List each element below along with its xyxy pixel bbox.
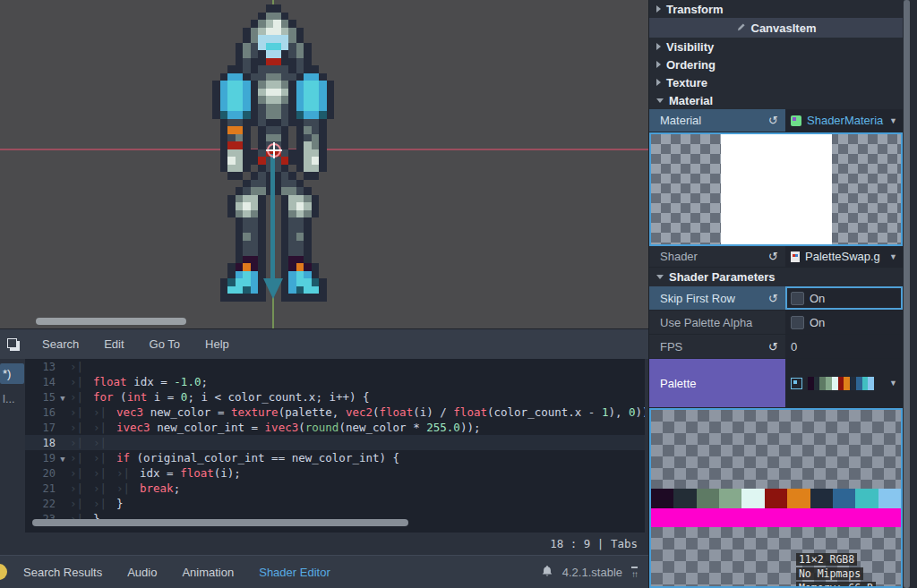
- code-line[interactable]: 20›|›|›|idx = float(i);: [25, 465, 645, 481]
- palette-label: Palette: [649, 359, 785, 407]
- bottom-tab-shader-editor[interactable]: Shader Editor: [259, 566, 330, 579]
- code-token: round: [305, 421, 339, 434]
- code-status-line: 18 : 9 | Tabs: [0, 533, 638, 555]
- chevron-right-icon: [656, 79, 661, 86]
- code-line[interactable]: 14›|float idx = -1.0;: [25, 374, 645, 389]
- code-token: 255.0: [426, 421, 460, 434]
- y-gizmo-arrow-shaft[interactable]: [270, 154, 275, 279]
- bottom-tab-search-results[interactable]: Search Results: [23, 566, 102, 579]
- material-value-dropdown[interactable]: ShaderMateria ▼: [785, 109, 903, 132]
- palette-mini-swatch: [838, 377, 844, 390]
- menu-go-to[interactable]: Go To: [150, 337, 180, 351]
- tab-marker: ›|: [70, 435, 93, 450]
- section-transform[interactable]: Transform: [649, 0, 903, 18]
- code-token: (palette,: [279, 405, 346, 419]
- bottom-tab-audio[interactable]: Audio: [127, 566, 157, 579]
- revert-icon[interactable]: ↺: [768, 114, 778, 127]
- material-preview[interactable]: [649, 132, 903, 246]
- checkbox-icon[interactable]: [791, 292, 804, 305]
- texture-info-line: 11×2 RGB8: [796, 553, 857, 566]
- viewport-hscrollbar[interactable]: [36, 318, 186, 325]
- texture-info-overlay: 11×2 RGB8No MipmapsMemory: 66 B: [796, 553, 876, 588]
- shader-file-tab[interactable]: *): [0, 363, 24, 384]
- chevron-right-icon: [656, 43, 661, 50]
- code-line[interactable]: 13›|: [25, 359, 645, 374]
- code-line[interactable]: 15▼›|for (int i = 0; i < color_count.x; …: [25, 389, 645, 405]
- shader-value-dropdown[interactable]: PaletteSwap.g ▼: [785, 246, 903, 267]
- origin-crosshair-icon: [267, 143, 281, 158]
- material-property-row: Material ↺ ShaderMateria ▼: [649, 109, 903, 132]
- section-shader-parameters[interactable]: Shader Parameters: [649, 268, 903, 286]
- tab-marker: ›|: [93, 481, 116, 496]
- checkbox-icon[interactable]: [791, 316, 804, 329]
- chevron-down-icon: ▼: [889, 252, 897, 261]
- pencil-icon: [736, 21, 746, 35]
- palette-color-swatch: [765, 489, 787, 508]
- code-line[interactable]: 18›|›|: [25, 435, 645, 450]
- palette-mini-swatch: [826, 377, 832, 390]
- canvas-viewport[interactable]: [0, 0, 649, 328]
- palette-color-swatch: [697, 489, 719, 508]
- code-token: -1.0: [174, 375, 201, 388]
- menu-help[interactable]: Help: [205, 337, 229, 351]
- code-line[interactable]: 19▼›|›|if (original_color_int == new_col…: [25, 450, 645, 465]
- line-number: 18: [25, 436, 56, 451]
- palette-mini-swatch: [819, 377, 826, 390]
- revert-icon[interactable]: ↺: [768, 340, 778, 354]
- menu-edit[interactable]: Edit: [104, 337, 124, 351]
- shader-file-icon: [791, 251, 800, 262]
- fps-label: FPS ↺: [649, 335, 785, 358]
- section-texture[interactable]: Texture: [649, 73, 903, 91]
- skip-first-row-checkbox[interactable]: On: [785, 286, 903, 310]
- code-hscrollbar[interactable]: [32, 519, 408, 526]
- copy-icon[interactable]: [7, 338, 19, 350]
- revert-icon[interactable]: ↺: [768, 292, 778, 305]
- code-token: int: [127, 390, 148, 404]
- palette-texture-preview[interactable]: 11×2 RGB8No MipmapsMemory: 66 B: [649, 408, 903, 588]
- code-token: float: [93, 375, 127, 388]
- shader-property-row: Shader ↺ PaletteSwap.g ▼: [649, 246, 903, 268]
- code-line[interactable]: 21›|›|›|break;: [25, 481, 645, 496]
- bottom-tab-animation[interactable]: Animation: [182, 566, 234, 579]
- tab-marker: ›|: [93, 496, 116, 511]
- code-line[interactable]: 17›|›|ivec3 new_color_int = ivec3(round(…: [25, 420, 645, 435]
- revert-icon[interactable]: ↺: [768, 250, 778, 263]
- menu-search[interactable]: Search: [42, 337, 79, 351]
- fps-value-field[interactable]: 0: [785, 335, 903, 358]
- code-line[interactable]: 22›|›|}: [25, 496, 645, 511]
- notification-bell-icon[interactable]: [541, 565, 553, 580]
- line-number: 22: [25, 497, 56, 512]
- shader-editor-panel: SearchEditGo ToHelp *)l... 13›|14›|float…: [0, 328, 648, 556]
- palette-texture-dropdown[interactable]: ▼: [785, 359, 903, 407]
- code-token: vec3: [116, 405, 143, 419]
- tab-marker: ›|: [93, 450, 116, 465]
- shader-menu-bar: SearchEditGo ToHelp: [0, 329, 648, 359]
- tab-marker: ›|: [70, 359, 93, 374]
- code-token: ),: [608, 405, 629, 419]
- palette-mini-swatch: [808, 377, 814, 390]
- chevron-down-icon: [656, 98, 664, 103]
- collapse-panel-icon[interactable]: ↑↑: [631, 567, 638, 579]
- line-number: 15: [25, 390, 56, 405]
- y-gizmo-arrow-head[interactable]: [263, 278, 283, 299]
- inspector-scrollbar-thumb[interactable]: [904, 0, 910, 588]
- code-token: (i) /: [413, 405, 453, 419]
- line-number: 19: [25, 451, 56, 466]
- section-visibility[interactable]: Visibility: [649, 38, 903, 55]
- chevron-down-icon: ▼: [889, 116, 897, 125]
- tab-marker: ›|: [70, 496, 93, 511]
- palette-color-row: [651, 489, 901, 508]
- section-ordering[interactable]: Ordering: [649, 55, 903, 73]
- shader-file-tab[interactable]: l...: [0, 388, 24, 409]
- skip-first-row-label: Skip First Row ↺: [649, 286, 785, 310]
- code-editor[interactable]: 13›|14›|float idx = -1.0;15▼›|for (int i…: [25, 359, 645, 533]
- palette-mini-swatch: [844, 377, 850, 390]
- section-material[interactable]: Material: [649, 91, 903, 109]
- code-token: for: [93, 390, 114, 404]
- use-palette-alpha-checkbox[interactable]: On: [785, 311, 903, 334]
- code-line[interactable]: 16›|›|vec3 new_color = texture(palette, …: [25, 405, 645, 420]
- palette-color-swatch: [878, 489, 901, 508]
- palette-color-swatch: [673, 489, 696, 508]
- shader-file-list: *)l...: [0, 359, 25, 556]
- material-property-label: Material ↺: [649, 109, 785, 132]
